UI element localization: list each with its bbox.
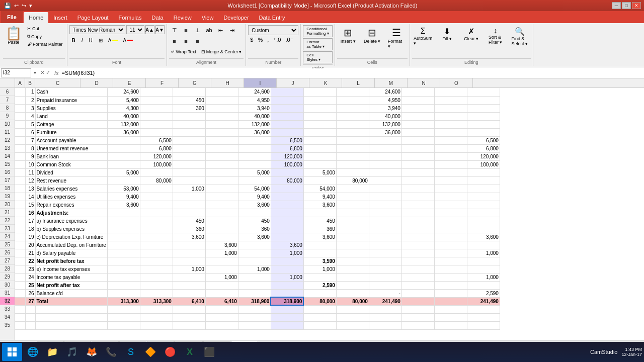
row-num-26[interactable]: 26 <box>0 249 15 257</box>
middle-align-button[interactable]: ≡ <box>181 25 192 35</box>
cell-28-7[interactable]: 1,000 <box>238 265 271 273</box>
cell-17-7[interactable] <box>238 176 271 185</box>
col-header-e[interactable]: E <box>113 78 146 87</box>
cell-11-1[interactable]: 6 <box>25 128 35 136</box>
cell-7-5[interactable]: 450 <box>173 96 205 104</box>
cell-27-11[interactable] <box>369 257 401 265</box>
cell-26-14[interactable]: 1,000 <box>467 249 500 257</box>
cell-23-12[interactable] <box>401 225 434 233</box>
cell-16-10[interactable] <box>336 168 369 176</box>
bold-button[interactable]: B <box>69 35 78 45</box>
cell-17-9[interactable] <box>303 176 336 185</box>
cell-17-6[interactable] <box>205 176 238 185</box>
row-num-6[interactable]: 6 <box>0 88 15 96</box>
cell-27-0[interactable] <box>15 257 25 265</box>
tab-review[interactable]: Review <box>169 12 197 23</box>
cell-11-11[interactable]: 36,000 <box>369 128 401 136</box>
cell-24-11[interactable] <box>369 233 401 241</box>
cell-21-13[interactable] <box>434 209 467 217</box>
format-button[interactable]: ☰ Format ▾ <box>385 25 408 50</box>
cell-6-0[interactable] <box>15 88 25 96</box>
table-row[interactable]: 13Salaries expenses53,0001,00054,00054,0… <box>15 185 500 193</box>
cell-33-5[interactable] <box>173 305 205 313</box>
cell-18-10[interactable] <box>336 185 369 193</box>
cell-30-2[interactable]: Net profit after tax <box>35 281 107 289</box>
cell-34-13[interactable] <box>434 313 467 321</box>
tab-file[interactable]: File <box>1 11 23 23</box>
cell-28-5[interactable]: 1,000 <box>173 265 205 273</box>
undo-icon[interactable]: ↩ <box>13 3 20 9</box>
cell-24-14[interactable]: 3,600 <box>467 233 500 241</box>
cell-35-4[interactable] <box>140 321 173 329</box>
cell-25-7[interactable] <box>238 241 271 249</box>
taskbar-icon-phone[interactable]: 📞 <box>102 343 120 361</box>
row-num-22[interactable]: 22 <box>0 217 15 225</box>
cell-8-13[interactable] <box>434 104 467 112</box>
cell-31-8[interactable] <box>271 289 303 297</box>
cell-22-2[interactable]: a) Insurance expenses <box>35 217 107 225</box>
cell-10-10[interactable] <box>336 120 369 128</box>
cell-21-11[interactable] <box>369 209 401 217</box>
row-num-30[interactable]: 30 <box>0 281 15 289</box>
cell-12-8[interactable]: 6,500 <box>271 136 303 144</box>
cell-7-3[interactable]: 5,400 <box>107 96 140 104</box>
table-row[interactable] <box>15 305 500 313</box>
cell-22-14[interactable] <box>467 217 500 225</box>
cell-27-5[interactable] <box>173 257 205 265</box>
cell-7-13[interactable] <box>434 96 467 104</box>
cell-6-9[interactable] <box>303 88 336 96</box>
cell-12-5[interactable] <box>173 136 205 144</box>
cell-10-0[interactable] <box>15 120 25 128</box>
cell-28-11[interactable] <box>369 265 401 273</box>
table-row[interactable]: 7Acccount payable6,5006,5006,500 <box>15 136 500 144</box>
font-size-select[interactable]: 11 8910 121416 <box>126 25 144 34</box>
cell-9-5[interactable] <box>173 112 205 120</box>
cell-15-14[interactable]: 100,000 <box>467 160 500 168</box>
cell-14-1[interactable]: 9 <box>25 152 35 160</box>
cell-24-13[interactable] <box>434 233 467 241</box>
cell-24-5[interactable]: 3,600 <box>173 233 205 241</box>
cell-33-3[interactable] <box>107 305 140 313</box>
cell-26-1[interactable]: 21 <box>25 249 35 257</box>
cell-12-13[interactable] <box>434 136 467 144</box>
cell-18-5[interactable]: 1,000 <box>173 185 205 193</box>
cell-23-6[interactable] <box>205 225 238 233</box>
format-painter-button[interactable]: 🖌 Format Painter <box>25 41 65 48</box>
cell-34-11[interactable] <box>369 313 401 321</box>
cell-27-6[interactable] <box>205 257 238 265</box>
cell-25-8[interactable]: 3,600 <box>271 241 303 249</box>
cell-14-14[interactable]: 120,000 <box>467 152 500 160</box>
cell-9-13[interactable] <box>434 112 467 120</box>
cell-20-13[interactable] <box>434 201 467 209</box>
cell-10-1[interactable]: 5 <box>25 120 35 128</box>
table-row[interactable]: 6Furniture36,00036,00036,000 <box>15 128 500 136</box>
cell-22-8[interactable] <box>271 217 303 225</box>
cell-10-13[interactable] <box>434 120 467 128</box>
cell-14-10[interactable] <box>336 152 369 160</box>
cell-15-3[interactable] <box>107 160 140 168</box>
cell-27-12[interactable] <box>401 257 434 265</box>
format-as-table-button[interactable]: Formatas Table ▾ <box>303 38 332 50</box>
table-row[interactable]: 3Supplies4,3003603,9403,940 <box>15 104 500 112</box>
cell-17-11[interactable] <box>369 176 401 185</box>
cell-12-14[interactable]: 6,500 <box>467 136 500 144</box>
cell-27-2[interactable]: Net profit before tax <box>35 257 107 265</box>
row-num-29[interactable]: 29 <box>0 273 15 281</box>
cell-7-2[interactable]: Prepaid insurance <box>35 96 107 104</box>
table-row[interactable]: 10Common Stock100,000100,000100,000 <box>15 160 500 168</box>
cell-25-14[interactable] <box>467 241 500 249</box>
cell-25-1[interactable]: 20 <box>25 241 35 249</box>
windows-start-button[interactable] <box>2 343 22 361</box>
cell-6-13[interactable] <box>434 88 467 96</box>
fill-button[interactable]: ⬇ Fill ▾ <box>436 25 458 43</box>
cell-34-10[interactable] <box>336 313 369 321</box>
cell-28-10[interactable] <box>336 265 369 273</box>
cell-30-3[interactable] <box>107 281 140 289</box>
cell-11-4[interactable] <box>140 128 173 136</box>
cell-23-14[interactable] <box>467 225 500 233</box>
increase-font-button[interactable]: A▲ <box>145 25 154 34</box>
cell-28-12[interactable] <box>401 265 434 273</box>
cell-29-2[interactable]: Income tax payable <box>35 273 107 281</box>
increase-decimal-button[interactable]: ⁺.0 <box>271 36 283 46</box>
cell-23-0[interactable] <box>15 225 25 233</box>
